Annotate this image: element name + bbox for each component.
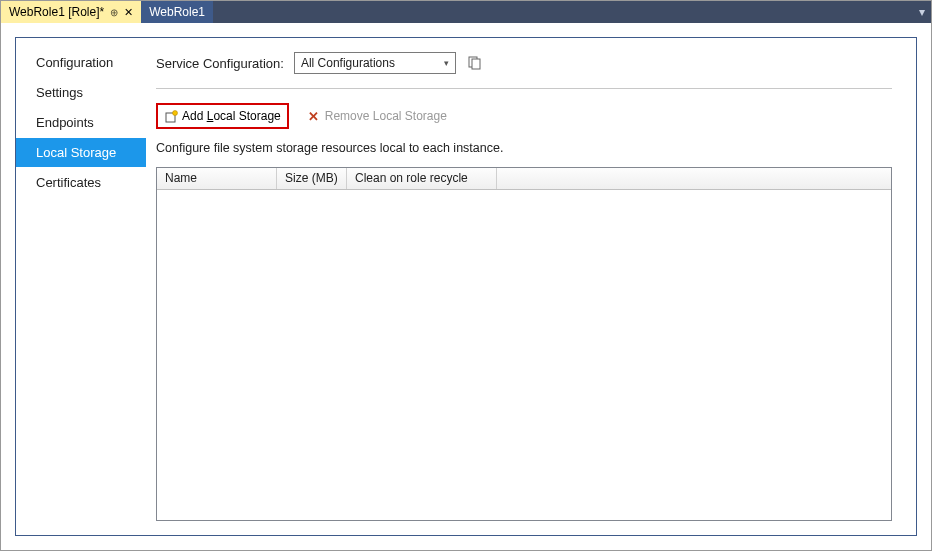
remove-icon: ✕ <box>307 109 321 123</box>
sidebar-item-settings[interactable]: Settings <box>16 78 146 107</box>
service-configuration-value: All Configurations <box>301 56 395 70</box>
service-configuration-select[interactable]: All Configurations ▾ <box>294 52 456 74</box>
column-header-name[interactable]: Name <box>157 168 277 189</box>
sidebar-item-endpoints[interactable]: Endpoints <box>16 108 146 137</box>
tab-label: WebRole1 <box>149 5 205 19</box>
tab-webrole1-role[interactable]: WebRole1 [Role]* ⊕ ✕ <box>1 1 141 23</box>
role-editor: Configuration Settings Endpoints Local S… <box>15 37 917 536</box>
document-tabstrip: WebRole1 [Role]* ⊕ ✕ WebRole1 ▾ <box>1 1 931 23</box>
tab-label: WebRole1 [Role]* <box>9 5 104 19</box>
description-text: Configure file system storage resources … <box>156 141 892 155</box>
remove-local-storage-label: Remove Local Storage <box>325 109 447 123</box>
main-panel: Service Configuration: All Configuration… <box>146 38 916 535</box>
column-header-size[interactable]: Size (MB) <box>277 168 347 189</box>
column-header-clean[interactable]: Clean on role recycle <box>347 168 497 189</box>
toolbar: Add Local Storage ✕ Remove Local Storage <box>156 103 892 129</box>
manage-icon <box>468 56 482 70</box>
add-icon <box>164 109 178 123</box>
sidebar: Configuration Settings Endpoints Local S… <box>16 38 146 535</box>
manage-configurations-button[interactable] <box>466 54 484 72</box>
chevron-down-icon: ▾ <box>444 58 449 68</box>
column-header-spacer <box>497 168 891 189</box>
add-local-storage-button[interactable]: Add Local Storage <box>156 103 289 129</box>
sidebar-item-certificates[interactable]: Certificates <box>16 168 146 197</box>
service-configuration-label: Service Configuration: <box>156 56 284 71</box>
sidebar-item-local-storage[interactable]: Local Storage <box>16 138 146 167</box>
remove-local-storage-button: ✕ Remove Local Storage <box>303 107 451 125</box>
grid-header: Name Size (MB) Clean on role recycle <box>157 168 891 190</box>
pin-icon[interactable]: ⊕ <box>110 7 118 18</box>
editor-host: Configuration Settings Endpoints Local S… <box>1 23 931 550</box>
close-icon[interactable]: ✕ <box>124 6 133 19</box>
svg-point-3 <box>172 110 177 115</box>
svg-rect-1 <box>472 59 480 69</box>
local-storage-grid[interactable]: Name Size (MB) Clean on role recycle <box>156 167 892 521</box>
tab-overflow-dropdown[interactable]: ▾ <box>913 1 931 23</box>
service-configuration-row: Service Configuration: All Configuration… <box>156 52 892 88</box>
tab-webrole1[interactable]: WebRole1 <box>141 1 213 23</box>
divider <box>156 88 892 89</box>
sidebar-item-configuration[interactable]: Configuration <box>16 48 146 77</box>
window: WebRole1 [Role]* ⊕ ✕ WebRole1 ▾ Configur… <box>0 0 932 551</box>
add-local-storage-label: Add Local Storage <box>182 109 281 123</box>
